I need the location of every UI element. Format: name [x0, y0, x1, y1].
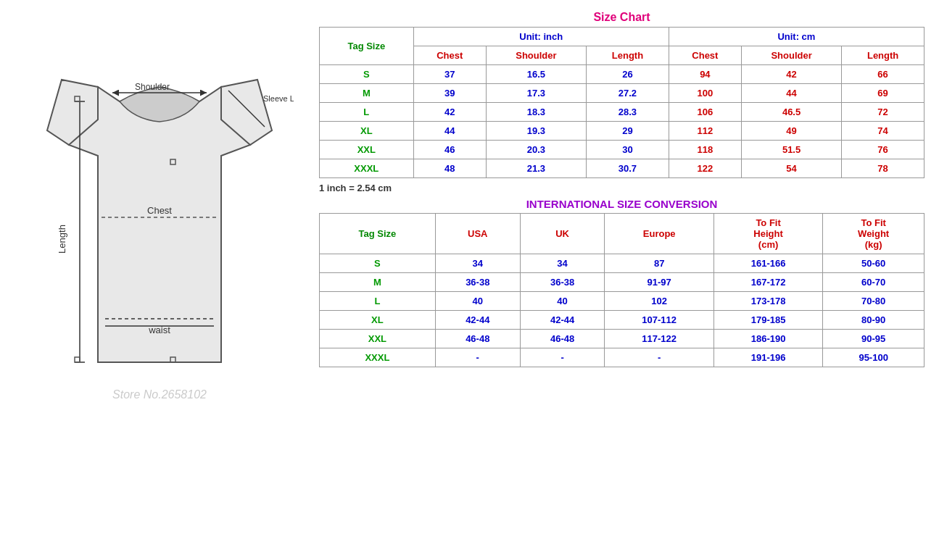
intl-usa-cell: 34: [435, 254, 520, 273]
cm-shoulder-header: Shoulder: [741, 46, 841, 65]
intl-uk-cell: -: [520, 348, 605, 367]
inch-length-cell: 26: [587, 65, 669, 84]
conversion-note: 1 inch = 2.54 cm: [319, 183, 924, 193]
cm-chest-cell: 122: [669, 159, 741, 178]
intl-uk-cell: 46-48: [520, 330, 605, 348]
intl-tag-cell: L: [320, 292, 436, 311]
intl-uk-cell: 36-38: [520, 273, 605, 292]
intl-europe-cell: 117-122: [605, 330, 713, 348]
cm-length-cell: 66: [842, 65, 924, 84]
intl-height-cell: 161-166: [713, 254, 822, 273]
intl-usa-cell: 46-48: [435, 330, 520, 348]
cm-length-cell: 69: [842, 84, 924, 103]
intl-uk-cell: 34: [520, 254, 605, 273]
intl-uk-cell: 40: [520, 292, 605, 311]
inch-shoulder-cell: 19.3: [486, 122, 586, 141]
intl-table-row: XL 42-44 42-44 107-112 179-185 80-90: [320, 311, 924, 330]
cm-shoulder-cell: 51.5: [741, 141, 841, 159]
tag-size-cell: S: [320, 65, 414, 84]
unit-inch-header: Unit: inch: [413, 28, 669, 46]
intl-weight-cell: 50-60: [823, 254, 924, 273]
intl-height-cell: 186-190: [713, 330, 822, 348]
inch-shoulder-cell: 21.3: [486, 159, 586, 178]
tag-size-header: Tag Size: [320, 28, 414, 65]
svg-rect-9: [75, 357, 80, 362]
cm-shoulder-cell: 44: [741, 84, 841, 103]
intl-usa-cell: 40: [435, 292, 520, 311]
cm-chest-cell: 94: [669, 65, 741, 84]
inch-shoulder-cell: 17.3: [486, 84, 586, 103]
intl-europe-cell: -: [605, 348, 713, 367]
cm-shoulder-cell: 49: [741, 122, 841, 141]
intl-title: INTERNATIONAL SIZE CONVERSION: [319, 198, 924, 210]
intl-usa-header: USA: [435, 214, 520, 254]
length-label: Length: [57, 225, 67, 254]
intl-usa-cell: 36-38: [435, 273, 520, 292]
inch-chest-cell: 44: [413, 122, 486, 141]
intl-uk-header: UK: [520, 214, 605, 254]
intl-weight-header: To FitWeight(kg): [823, 214, 924, 254]
intl-table-row: XXXL - - - 191-196 95-100: [320, 348, 924, 367]
intl-table-row: S 34 34 87 161-166 50-60: [320, 254, 924, 273]
size-chart-title: Size Chart: [319, 11, 924, 24]
unit-cm-header: Unit: cm: [669, 28, 924, 46]
cm-length-cell: 72: [842, 103, 924, 122]
inch-chest-cell: 48: [413, 159, 486, 178]
intl-tag-cell: S: [320, 254, 436, 273]
intl-weight-cell: 80-90: [823, 311, 924, 330]
intl-usa-cell: 42-44: [435, 311, 520, 330]
diagram-panel: Shoulder Sleeve Length Chest Length wais…: [7, 7, 312, 427]
store-watermark: Store No.2658102: [112, 388, 207, 401]
tag-size-cell: M: [320, 84, 414, 103]
inch-length-cell: 30: [587, 141, 669, 159]
intl-tag-cell: XXL: [320, 330, 436, 348]
intl-tag-header: Tag Size: [320, 214, 436, 254]
cm-chest-cell: 100: [669, 84, 741, 103]
table-row: L 42 18.3 28.3 106 46.5 72: [320, 103, 924, 122]
sleeve-length-label: Sleeve Length: [263, 94, 294, 103]
tag-size-cell: XXXL: [320, 159, 414, 178]
intl-europe-header: Europe: [605, 214, 713, 254]
tshirt-diagram: Shoulder Sleeve Length Chest Length wais…: [25, 14, 294, 420]
inch-shoulder-header: Shoulder: [486, 46, 586, 65]
inch-chest-cell: 42: [413, 103, 486, 122]
intl-europe-cell: 102: [605, 292, 713, 311]
intl-uk-cell: 42-44: [520, 311, 605, 330]
intl-tag-cell: XXXL: [320, 348, 436, 367]
inch-chest-cell: 37: [413, 65, 486, 84]
inch-length-cell: 27.2: [587, 84, 669, 103]
size-chart-table: Tag Size Unit: inch Unit: cm Chest Shoul…: [319, 27, 924, 178]
table-row: XXL 46 20.3 30 118 51.5 76: [320, 141, 924, 159]
intl-height-cell: 173-178: [713, 292, 822, 311]
intl-table-row: XXL 46-48 46-48 117-122 186-190 90-95: [320, 330, 924, 348]
intl-height-header: To FitHeight(cm): [713, 214, 822, 254]
cm-length-cell: 74: [842, 122, 924, 141]
table-row: XXXL 48 21.3 30.7 122 54 78: [320, 159, 924, 178]
inch-length-cell: 30.7: [587, 159, 669, 178]
intl-weight-cell: 90-95: [823, 330, 924, 348]
intl-weight-cell: 95-100: [823, 348, 924, 367]
inch-shoulder-cell: 16.5: [486, 65, 586, 84]
tag-size-cell: XL: [320, 122, 414, 141]
chest-label: Chest: [147, 205, 172, 216]
inch-shoulder-cell: 20.3: [486, 141, 586, 159]
intl-table-row: L 40 40 102 173-178 70-80: [320, 292, 924, 311]
cm-chest-cell: 118: [669, 141, 741, 159]
intl-table-row: M 36-38 36-38 91-97 167-172 60-70: [320, 273, 924, 292]
inch-length-header: Length: [587, 46, 669, 65]
inch-chest-cell: 39: [413, 84, 486, 103]
intl-usa-cell: -: [435, 348, 520, 367]
intl-height-cell: 167-172: [713, 273, 822, 292]
intl-height-cell: 191-196: [713, 348, 822, 367]
intl-europe-cell: 87: [605, 254, 713, 273]
inch-chest-header: Chest: [413, 46, 486, 65]
intl-tag-cell: XL: [320, 311, 436, 330]
tag-size-cell: XXL: [320, 141, 414, 159]
cm-chest-header: Chest: [669, 46, 741, 65]
cm-chest-cell: 112: [669, 122, 741, 141]
cm-length-header: Length: [842, 46, 924, 65]
intl-europe-cell: 91-97: [605, 273, 713, 292]
table-row: S 37 16.5 26 94 42 66: [320, 65, 924, 84]
table-row: M 39 17.3 27.2 100 44 69: [320, 84, 924, 103]
cm-chest-cell: 106: [669, 103, 741, 122]
